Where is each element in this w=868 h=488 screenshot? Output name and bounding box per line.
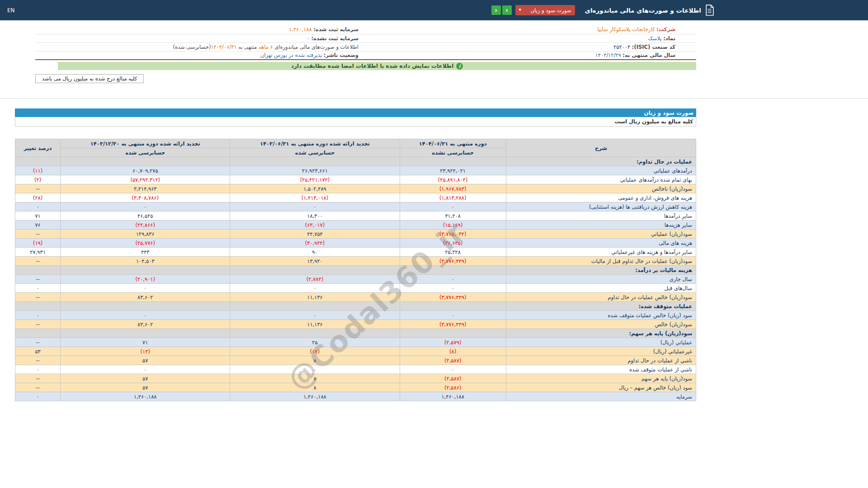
chevron-down-icon: ▼	[519, 9, 521, 12]
period-value	[61, 302, 230, 311]
change-percent-value: ۰	[15, 284, 61, 293]
row-label: سایر هزینه‌ها	[506, 221, 696, 230]
next-period-button[interactable]: ›	[502, 5, 512, 15]
company-info-row: نماد: پلاسک سرمایه ثبت نشده: ۰	[35, 34, 696, 42]
period-value: (۳,۷۷۶,۴۴۹)	[400, 293, 506, 302]
period-value: (۱۴)	[61, 347, 230, 356]
audit-status-annual: حسابرسی شده	[61, 148, 230, 157]
period-value: ۲۳,۹۲۴,۰۲۱	[400, 166, 506, 175]
row-label: سود(زیان) عملیاتي	[506, 230, 696, 239]
period-value: ۱۰۴,۵۰۳	[61, 257, 230, 266]
period-value: (۱,۹۶۷,۷۸۳)	[400, 184, 506, 193]
company-info-row: سال مالی منتهی به: ۱۴۰۴/۱۲/۲۹ وضعیت ناشر…	[35, 51, 696, 60]
statement-row: سال جاری۰(۲,۷۸۴)(۲۰,۹۰۱)--	[15, 275, 696, 284]
period-value	[400, 329, 506, 338]
period-value: (۳,۷۷۶,۴۴۹)	[400, 257, 506, 266]
statement-row: عملیاتي (ریال)(۲,۵۷۹)۲۵۷۱--	[15, 338, 696, 347]
period-value: ۲۵,۲۲۸	[400, 248, 506, 257]
change-percent-value: (۱۹)	[15, 239, 61, 248]
change-percent-value: --	[15, 275, 61, 284]
row-label: سود(زیان) خالص	[506, 320, 696, 329]
period-value: (۸)	[400, 347, 506, 356]
statement-type-selected-value: صورت سود و زیان	[531, 7, 571, 14]
change-percent-value: ۰	[15, 365, 61, 374]
change-percent-value	[15, 329, 61, 338]
period-value: ۲۵	[230, 338, 400, 347]
statement-section-row: عملیات در حال تداوم:	[15, 157, 696, 166]
row-label: سود (زیان) خالص عملیات متوقف شده	[506, 311, 696, 320]
period-value: ۲۶,۹۲۳,۶۶۱	[230, 166, 400, 175]
period-value: ۰	[400, 365, 506, 374]
change-percent-value: ۰	[15, 202, 61, 211]
change-percent-value: --	[15, 257, 61, 266]
table-header: شرح دوره منتهی به ۱۴۰۴/۰۶/۳۱ تجدید ارائه…	[15, 139, 696, 157]
symbol-value[interactable]: پلاسک	[648, 35, 661, 42]
row-label: سال‌های قبل	[506, 284, 696, 293]
navbar-right-group: اطلاعات و صورت‌های مالی میاندوره‌ای صورت…	[490, 5, 714, 16]
row-label: سود (زیان) خالص هر سهم – ریال	[506, 383, 696, 392]
period-value: (۲۵,۴۲۱,۱۷۲)	[230, 175, 400, 184]
period-info-text: منتهی به	[237, 44, 259, 50]
period-value: (۶۳,۰۱۷)	[230, 221, 400, 230]
period-value: ۰	[230, 202, 400, 211]
company-info-row: شرکت: کارخانجات پلاسکوکار سایپا سرمایه ث…	[35, 25, 696, 34]
period-value: ۳,۴۱۴,۹۶۳	[61, 184, 230, 193]
period-value: ۶۰,۷۰۹,۲۷۵	[61, 166, 230, 175]
statement-section-row: عملیات متوقف شده:	[15, 302, 696, 311]
statement-row: هزینه کاهش ارزش دریافتنی ها (هزینه استثن…	[15, 202, 696, 211]
row-label: هزینه مالیات بر درآمد:	[506, 266, 696, 275]
period-value: ۱۱,۱۳۶	[230, 293, 400, 302]
period-value: ۰	[400, 311, 506, 320]
column-header-period-prior: تجدید ارائه شده دوره منتهی به ۱۴۰۳/۰۶/۳۱	[230, 139, 400, 148]
prev-period-button[interactable]: ‹	[491, 5, 501, 15]
statement-row: هزینه های مالی(۳۶,۶۴۵)(۳۰,۹۲۴)(۲۵,۷۷۶)(۱…	[15, 239, 696, 248]
change-percent-value: --	[15, 320, 61, 329]
period-value: ۰	[61, 365, 230, 374]
period-value: (۲۵,۷۷۶)	[61, 239, 230, 248]
row-label: درآمدهای عملیاتي	[506, 166, 696, 175]
row-label: ناشي از عملیات در حال تداوم	[506, 356, 696, 365]
period-length-value: ۶ ماهه	[259, 44, 273, 50]
period-value: (۲,۵۷۹)	[400, 338, 506, 347]
page: { "header": { "title": "اطلاعات و صورت‌ه…	[0, 0, 868, 488]
audit-status-note: (حسابرسی شده)	[173, 44, 211, 50]
period-value: ۰	[400, 275, 506, 284]
statement-row: غیرعملیاتي (ریال)(۸)(۱۷)(۱۴)۵۳	[15, 347, 696, 356]
company-info-row: کد صنعت (ISIC): ۲۵۲۰۰۴ اطلاعات و صورت‌ها…	[35, 42, 696, 51]
registered-capital-value: ۱,۴۶۰,۱۸۸	[289, 26, 312, 33]
period-value: ۱,۴۶۰,۱۸۸	[400, 392, 506, 401]
row-label: عملیات در حال تداوم:	[506, 157, 696, 166]
company-name-value[interactable]: کارخانجات پلاسکوکار سایپا	[597, 26, 655, 33]
period-value: ۵۷	[61, 374, 230, 383]
period-value: (۱,۸۱۳,۲۸۸)	[400, 193, 506, 202]
period-value: ۸۳,۶۰۲	[61, 293, 230, 302]
section-divider	[0, 98, 868, 99]
period-value	[400, 302, 506, 311]
row-label: هزینه های فروش، اداری و عمومی	[506, 193, 696, 202]
statement-row: سود(زیان) پایه هر سهم(۲,۵۸۷)۸۵۷--	[15, 374, 696, 383]
period-value: ۸۳,۶۰۲	[61, 320, 230, 329]
period-value: ۱۸,۳۰۰	[230, 211, 400, 221]
period-value: (۱۵,۱۶۹)	[400, 221, 506, 230]
statement-table-body: عملیات در حال تداوم:درآمدهای عملیاتي۲۳,۹…	[15, 157, 696, 401]
statement-section: صورت سود و زیان کلیه مبالغ به میلیون ریا…	[15, 108, 696, 401]
change-percent-value: ۷۶	[15, 221, 61, 230]
row-label: هزینه های مالی	[506, 239, 696, 248]
statement-row: سود(زیان) عملیاتي(۳,۷۶۵,۰۳۲)۴۴,۷۵۴۱۲۹,۸۳…	[15, 230, 696, 239]
period-value: (۱۷)	[230, 347, 400, 356]
row-label: سود(زیان) پایه هر سهم:	[506, 329, 696, 338]
column-header-description: شرح	[506, 139, 696, 157]
issuer-status-value: پذیرفته شده در بورس تهران	[260, 52, 322, 58]
registered-capital-label: سرمایه ثبت شده:	[313, 26, 359, 33]
column-header-period-annual: تجدید ارائه شده دوره منتهی به ۱۴۰۳/۱۲/۳۰	[61, 139, 230, 148]
statement-type-dropdown[interactable]: صورت سود و زیان ▼	[515, 5, 575, 15]
period-value	[400, 266, 506, 275]
language-toggle[interactable]: EN	[7, 7, 15, 14]
period-value: ۰	[61, 284, 230, 293]
statement-row: سود(زیان) عملیات در حال تداوم قبل از مال…	[15, 257, 696, 266]
period-value: ۸	[230, 356, 400, 365]
period-value: ۳۱,۲۰۸	[400, 211, 506, 221]
statement-row: سود (زیان) خالص عملیات متوقف شده۰۰۰۰	[15, 311, 696, 320]
change-percent-value: (۲)	[15, 175, 61, 184]
statement-row: سال‌های قبل۰۰۰۰	[15, 284, 696, 293]
